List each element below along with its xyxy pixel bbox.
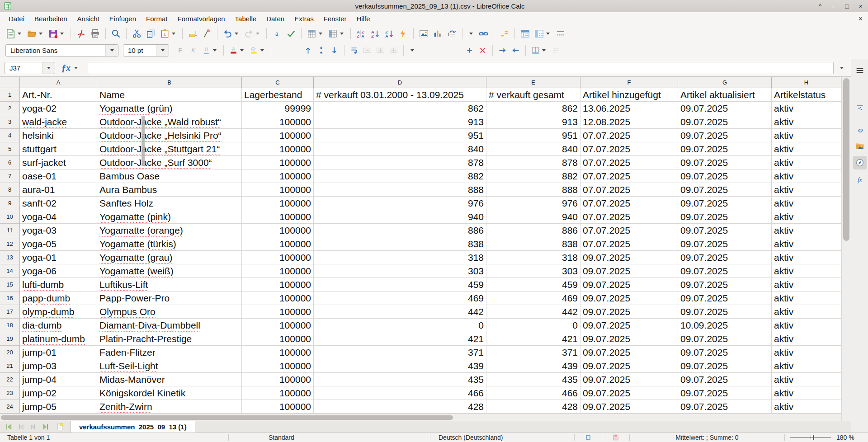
cell-D7[interactable]: 882 bbox=[314, 169, 486, 183]
cell-D23[interactable]: 466 bbox=[314, 386, 486, 400]
cell-H14[interactable]: aktiv bbox=[772, 264, 841, 278]
cell-F15[interactable]: 09.07.2025 bbox=[580, 278, 678, 292]
close-window-icon[interactable]: × bbox=[859, 3, 863, 9]
menu-extras[interactable]: Extras bbox=[289, 13, 319, 24]
cell-F8[interactable]: 07.07.2025 bbox=[580, 183, 678, 197]
cell-H5[interactable]: aktiv bbox=[772, 142, 841, 156]
cell-E20[interactable]: 371 bbox=[486, 346, 580, 359]
merge-cells-button[interactable] bbox=[361, 45, 373, 56]
cell-E24[interactable]: 428 bbox=[486, 400, 580, 414]
cell-A24[interactable]: jump-05 bbox=[20, 400, 97, 414]
row-header-16[interactable]: 16 bbox=[0, 292, 20, 305]
cell-A20[interactable]: jump-01 bbox=[20, 346, 97, 359]
cell-B19[interactable]: Platin-Pracht-Prestige bbox=[97, 332, 242, 346]
name-box[interactable]: J37 bbox=[5, 62, 55, 74]
column-header-B[interactable]: B bbox=[97, 77, 242, 88]
cell-A3[interactable]: wald-jacke bbox=[20, 115, 97, 129]
autofilter-button[interactable] bbox=[396, 28, 410, 40]
cell-C19[interactable]: 100000 bbox=[242, 332, 314, 346]
cell-D22[interactable]: 435 bbox=[314, 373, 486, 386]
cell-A23[interactable]: jump-02 bbox=[20, 386, 97, 400]
cell-B17[interactable]: Olympus Oro bbox=[97, 305, 242, 319]
cell-C17[interactable]: 100000 bbox=[242, 305, 314, 319]
spelling-button[interactable]: a bbox=[270, 28, 283, 40]
cell-G22[interactable]: 09.07.2025 bbox=[678, 373, 772, 386]
insert-comment-button[interactable] bbox=[498, 28, 511, 40]
align-top-button[interactable] bbox=[302, 45, 314, 56]
cell-F3[interactable]: 12.08.2025 bbox=[580, 115, 678, 129]
column-header-F[interactable]: F bbox=[580, 77, 678, 88]
cell-D10[interactable]: 940 bbox=[314, 210, 486, 224]
cell-G5[interactable]: 09.07.2025 bbox=[678, 142, 772, 156]
row-header-22[interactable]: 22 bbox=[0, 373, 20, 386]
row-header-15[interactable]: 15 bbox=[0, 278, 20, 292]
cell-G21[interactable]: 09.07.2025 bbox=[678, 359, 772, 373]
cell-G24[interactable]: 09.07.2025 bbox=[678, 400, 772, 414]
cell-C13[interactable]: 100000 bbox=[242, 251, 314, 264]
clear-formatting-button[interactable] bbox=[200, 28, 213, 40]
cell-H12[interactable]: aktiv bbox=[772, 237, 841, 251]
cell-G17[interactable]: 09.07.2025 bbox=[678, 305, 772, 319]
cell-D6[interactable]: 878 bbox=[314, 156, 486, 169]
cell-F16[interactable]: 09.07.2025 bbox=[580, 292, 678, 305]
close-document-icon[interactable]: × bbox=[859, 15, 863, 23]
cell-H1[interactable]: Artikelstatus bbox=[772, 88, 841, 102]
menu-daten[interactable]: Daten bbox=[261, 13, 289, 24]
cell-G2[interactable]: 09.07.2025 bbox=[678, 102, 772, 115]
cell-G4[interactable]: 09.07.2025 bbox=[678, 129, 772, 142]
align-bottom-button[interactable] bbox=[328, 45, 340, 56]
cell-D17[interactable]: 442 bbox=[314, 305, 486, 319]
menu-datei[interactable]: Datei bbox=[4, 13, 29, 24]
cell-D21[interactable]: 439 bbox=[314, 359, 486, 373]
cell-B4[interactable]: Outdoor-Jacke „Helsinki Pro“ bbox=[97, 129, 242, 142]
delete-decimal-place-button[interactable] bbox=[476, 45, 489, 56]
unmerge-button[interactable] bbox=[387, 45, 400, 56]
cell-A12[interactable]: yoga-05 bbox=[20, 237, 97, 251]
cell-H16[interactable]: aktiv bbox=[772, 292, 841, 305]
vertical-scrollbar-thumb[interactable] bbox=[843, 78, 849, 241]
cell-C15[interactable]: 100000 bbox=[242, 278, 314, 292]
cell-D15[interactable]: 459 bbox=[314, 278, 486, 292]
cell-H18[interactable]: aktiv bbox=[772, 319, 841, 332]
cell-D13[interactable]: 318 bbox=[314, 251, 486, 264]
cell-E10[interactable]: 940 bbox=[486, 210, 580, 224]
merge-center-button[interactable] bbox=[374, 45, 387, 56]
cell-D20[interactable]: 371 bbox=[314, 346, 486, 359]
cell-A6[interactable]: surf-jacket bbox=[20, 156, 97, 169]
cell-C20[interactable]: 100000 bbox=[242, 346, 314, 359]
cell-F22[interactable]: 09.07.2025 bbox=[580, 373, 678, 386]
cell-C18[interactable]: 100000 bbox=[242, 319, 314, 332]
horizontal-scrollbar[interactable] bbox=[0, 414, 841, 421]
row-header-3[interactable]: 3 bbox=[0, 115, 20, 129]
add-decimal-place-button[interactable] bbox=[463, 45, 476, 56]
more-tools-button[interactable] bbox=[466, 32, 476, 36]
sidebar-styles-button[interactable] bbox=[853, 122, 867, 136]
cell-F23[interactable]: 09.07.2025 bbox=[580, 386, 678, 400]
row-header-12[interactable]: 12 bbox=[0, 237, 20, 251]
cell-C11[interactable]: 100000 bbox=[242, 224, 314, 237]
cell-H20[interactable]: aktiv bbox=[772, 346, 841, 359]
headers-footers-button[interactable] bbox=[554, 28, 567, 40]
cell-G15[interactable]: 09.07.2025 bbox=[678, 278, 772, 292]
cell-C2[interactable]: 99999 bbox=[242, 102, 314, 115]
cell-B9[interactable]: Sanftes Holz bbox=[97, 197, 242, 210]
cell-B13[interactable]: Yogamatte (grau) bbox=[97, 251, 242, 264]
name-box-dropdown[interactable] bbox=[42, 62, 55, 74]
cell-E8[interactable]: 888 bbox=[486, 183, 580, 197]
number-format-button[interactable] bbox=[407, 48, 417, 52]
row-header-10[interactable]: 10 bbox=[0, 210, 20, 224]
cell-C5[interactable]: 100000 bbox=[242, 142, 314, 156]
cell-F9[interactable]: 07.07.2025 bbox=[580, 197, 678, 210]
menu-tabelle[interactable]: Tabelle bbox=[230, 13, 262, 24]
cell-E4[interactable]: 951 bbox=[486, 129, 580, 142]
select-all-corner[interactable] bbox=[0, 77, 20, 88]
next-sheet-button[interactable] bbox=[28, 422, 39, 432]
cell-D9[interactable]: 976 bbox=[314, 197, 486, 210]
cell-A9[interactable]: sanft-02 bbox=[20, 197, 97, 210]
cell-A18[interactable]: dia-dumb bbox=[20, 319, 97, 332]
expand-formula-bar[interactable] bbox=[840, 67, 844, 69]
menu-einfgen[interactable]: Einfügen bbox=[104, 13, 141, 24]
row-header-1[interactable]: 1 bbox=[0, 88, 20, 102]
sidebar-navigator-button[interactable] bbox=[853, 156, 867, 169]
sheet-tab-active[interactable]: verkaufssummen_2025_09_13 (1) bbox=[71, 421, 195, 433]
